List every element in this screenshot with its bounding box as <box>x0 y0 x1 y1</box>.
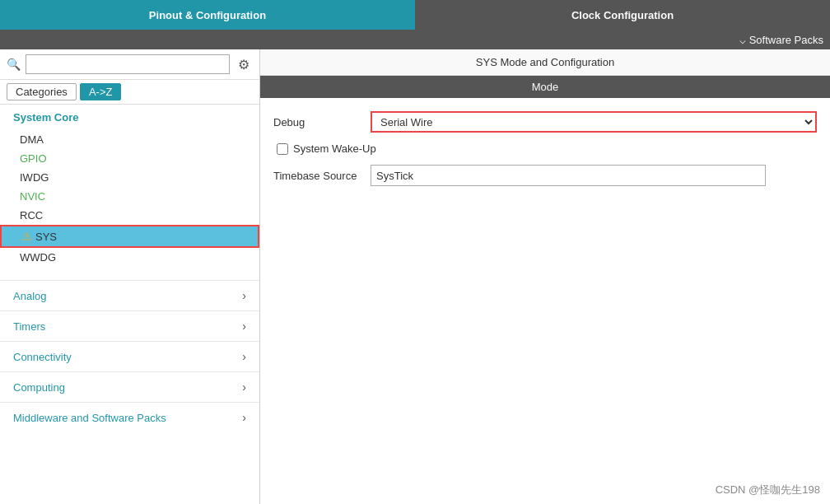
watermark: CSDN @怪咖先生198 <box>716 483 820 497</box>
sidebar-item-sys[interactable]: ⚠ SYS <box>0 225 259 248</box>
chevron-right-icon: › <box>242 350 246 363</box>
gear-icon[interactable]: ⚙ <box>235 55 253 73</box>
debug-row: Debug Serial Wire <box>273 111 817 133</box>
sidebar-content: System Core DMA GPIO IWDG NVIC RCC ⚠ SYS… <box>0 105 259 504</box>
app-container: Pinout & Configuration Clock Configurati… <box>0 0 830 504</box>
section-system-core: System Core <box>0 105 259 130</box>
software-packs-link[interactable]: Software Packs <box>749 34 823 46</box>
chevron-right-icon: › <box>242 320 246 333</box>
sidebar-item-timers[interactable]: Timers › <box>0 310 259 341</box>
wakeup-label: System Wake-Up <box>293 142 376 155</box>
timebase-input[interactable] <box>371 165 766 186</box>
sidebar-item-wwdg[interactable]: WWDG <box>0 248 259 267</box>
chevron-right-icon: › <box>242 411 246 424</box>
search-bar: 🔍 ⚙ <box>0 49 259 80</box>
tab-clock[interactable]: Clock Configuration <box>415 0 830 30</box>
sidebar-item-dma[interactable]: DMA <box>0 130 259 149</box>
search-icon: 🔍 <box>7 58 21 71</box>
sidebar-item-computing[interactable]: Computing › <box>0 371 259 402</box>
category-tabs: Categories A->Z <box>0 80 259 105</box>
chevron-right-icon: › <box>242 289 246 302</box>
wakeup-row: System Wake-Up <box>273 142 817 155</box>
warning-icon: ⚠ <box>21 230 32 243</box>
timebase-row: Timebase Source <box>273 165 817 186</box>
chevron-right-icon: › <box>242 380 246 394</box>
mode-header: Mode <box>260 76 830 98</box>
sidebar-item-iwdg[interactable]: IWDG <box>0 168 259 187</box>
config-area: Debug Serial Wire System Wake-Up Timebas… <box>260 98 830 209</box>
panel-title: SYS Mode and Configuration <box>260 49 830 76</box>
top-header: Pinout & Configuration Clock Configurati… <box>0 0 830 30</box>
sidebar: 🔍 ⚙ Categories A->Z System Core DMA <box>0 49 260 504</box>
tab-atoz[interactable]: A->Z <box>80 83 122 100</box>
software-packs-bar: ⌵ Software Packs <box>0 30 830 49</box>
content-panel: SYS Mode and Configuration Mode Debug Se… <box>260 49 830 504</box>
sidebar-item-connectivity[interactable]: Connectivity › <box>0 341 259 371</box>
timebase-label: Timebase Source <box>273 170 364 182</box>
sidebar-item-rcc[interactable]: RCC <box>0 206 259 225</box>
sidebar-item-gpio[interactable]: GPIO <box>0 149 259 168</box>
sidebar-item-middleware[interactable]: Middleware and Software Packs › <box>0 402 259 432</box>
main-area: 🔍 ⚙ Categories A->Z System Core DMA <box>0 49 830 504</box>
search-input[interactable] <box>26 54 230 74</box>
wakeup-checkbox[interactable] <box>277 143 288 155</box>
debug-label: Debug <box>273 116 364 128</box>
debug-select[interactable]: Serial Wire <box>371 111 817 133</box>
chevron-down-icon: ⌵ <box>739 34 746 46</box>
sidebar-item-analog[interactable]: Analog › <box>0 280 259 310</box>
tab-pinout[interactable]: Pinout & Configuration <box>0 0 415 30</box>
sidebar-item-nvic[interactable]: NVIC <box>0 187 259 206</box>
tab-categories[interactable]: Categories <box>7 83 77 100</box>
panel-spacer: CSDN @怪咖先生198 <box>260 209 830 504</box>
